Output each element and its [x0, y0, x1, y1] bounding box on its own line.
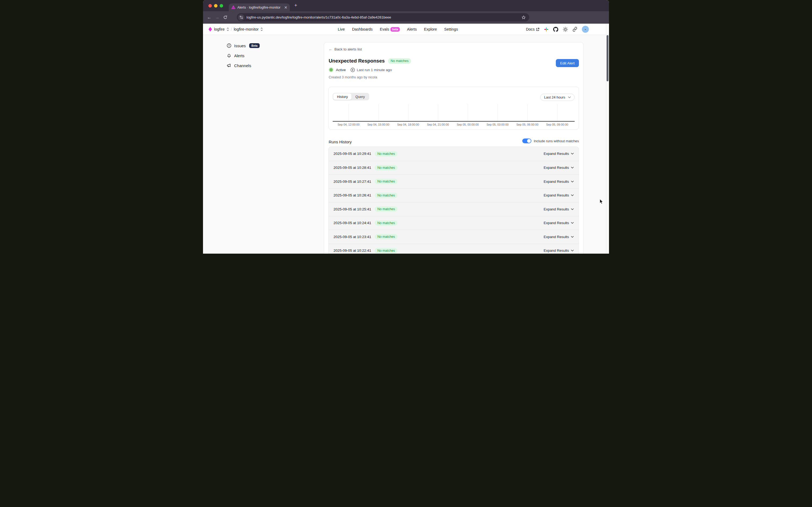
issues-beta-badge: Beta [249, 43, 260, 48]
forward-icon[interactable]: → [213, 15, 221, 20]
run-timestamp: 2025-09-05 at 10:25:41 [333, 207, 371, 211]
created-by-label: Created 3 months ago by nicola [329, 75, 377, 79]
include-runs-toggle-label: Include runs without matches [534, 139, 579, 143]
run-timestamp: 2025-09-05 at 10:26:41 [333, 193, 371, 197]
no-matches-badge: No matches [375, 248, 397, 253]
logfire-logo [208, 27, 212, 32]
project-selector[interactable]: logfire-monitor [234, 27, 259, 32]
tab-strip: Alerts · logfire/logfire-monitor ✕ + [203, 0, 609, 11]
no-matches-badge: No matches [375, 179, 397, 184]
minimize-window-button[interactable] [214, 4, 217, 7]
window-controls [208, 4, 223, 7]
expand-results-button[interactable]: Expand Results [543, 166, 574, 170]
close-window-button[interactable] [208, 4, 212, 7]
run-timestamp: 2025-09-05 at 10:29:41 [333, 152, 371, 156]
no-matches-badge: No matches [388, 58, 412, 64]
history-chart-plot [333, 104, 575, 122]
no-matches-badge: No matches [375, 165, 397, 170]
back-arrow-icon: ← [329, 47, 332, 51]
chart-tick-label: Sep 04, 12:00:00 [332, 123, 365, 126]
back-icon[interactable]: ← [205, 15, 213, 20]
theme-sun-icon[interactable] [563, 27, 568, 32]
org-selector[interactable]: logfire [214, 27, 225, 32]
alert-title: Unexpected Responses [329, 58, 385, 64]
active-status-dot [329, 67, 333, 72]
no-matches-badge: No matches [375, 207, 397, 212]
last-run-label: Last run 1 minute ago [357, 68, 392, 72]
page-scrollbar-track[interactable] [606, 23, 606, 253]
tab-query[interactable]: Query [351, 94, 368, 100]
zoom-window-button[interactable] [220, 4, 223, 7]
chart-tick-label: Sep 04, 18:00:00 [392, 123, 424, 126]
nav-evals[interactable]: Evals beta [380, 27, 400, 32]
run-row: 2025-09-05 at 10:28:41No matchesExpand R… [329, 161, 579, 175]
bell-icon [227, 53, 231, 58]
include-runs-toggle[interactable] [522, 138, 531, 143]
sidebar-item-issues[interactable]: Issues Beta [227, 42, 260, 49]
expand-results-button[interactable]: Expand Results [543, 221, 574, 225]
megaphone-icon [227, 63, 231, 68]
tab-close-icon[interactable]: ✕ [284, 6, 287, 9]
no-matches-badge: No matches [375, 234, 397, 239]
nav-alerts[interactable]: Alerts [407, 27, 417, 32]
reload-icon[interactable] [221, 15, 229, 19]
chart-gridline [557, 104, 557, 121]
main-nav: Live Dashboards Evals beta Alerts Explor… [338, 23, 458, 35]
expand-results-button[interactable]: Expand Results [543, 248, 574, 252]
chart-gridline [438, 104, 438, 121]
chevron-down-icon [571, 181, 574, 182]
logfire-favicon [231, 5, 235, 10]
new-tab-button[interactable]: + [294, 2, 297, 8]
nav-dashboards[interactable]: Dashboards [352, 27, 373, 32]
chevron-updown-icon[interactable] [261, 27, 263, 31]
edit-alert-button[interactable]: Edit Alert [556, 59, 579, 67]
expand-results-button[interactable]: Expand Results [543, 207, 574, 211]
run-timestamp: 2025-09-05 at 10:28:41 [333, 166, 371, 170]
docs-link[interactable]: Docs [526, 27, 539, 32]
browser-toolbar: ← → logfire-us.pydantic.dev/logfire/logf… [203, 11, 609, 23]
nav-settings[interactable]: Settings [444, 27, 458, 32]
back-to-alerts-link[interactable]: ← Back to alerts list [329, 47, 362, 51]
chart-tick-label: Sep 05, 09:00:00 [541, 123, 573, 126]
no-matches-badge: No matches [375, 151, 397, 157]
slack-icon[interactable] [544, 27, 549, 32]
github-icon[interactable] [553, 27, 558, 32]
expand-results-button[interactable]: Expand Results [543, 152, 574, 156]
run-timestamp: 2025-09-05 at 10:22:41 [333, 248, 371, 252]
expand-results-button[interactable]: Expand Results [543, 179, 574, 183]
address-bar[interactable]: logfire-us.pydantic.dev/logfire/logfire-… [237, 13, 529, 21]
site-settings-icon[interactable] [238, 14, 245, 21]
chevron-down-icon [571, 194, 574, 196]
run-row: 2025-09-05 at 10:24:41No matchesExpand R… [329, 216, 579, 230]
sidebar-item-alerts[interactable]: Alerts [227, 52, 260, 59]
mouse-cursor [600, 199, 603, 204]
breadcrumb-separator: / [231, 27, 232, 32]
run-row: 2025-09-05 at 10:27:41No matchesExpand R… [329, 174, 579, 188]
nav-explore[interactable]: Explore [424, 27, 437, 32]
time-range-select[interactable]: Last 24 hours [540, 94, 575, 101]
chevron-updown-icon[interactable] [227, 27, 229, 31]
run-timestamp: 2025-09-05 at 10:27:41 [333, 179, 371, 183]
chart-gridline [527, 104, 528, 121]
browser-tab[interactable]: Alerts · logfire/logfire-monitor ✕ [229, 3, 290, 11]
url-text: logfire-us.pydantic.dev/logfire/logfire-… [247, 15, 522, 19]
nav-live[interactable]: Live [338, 27, 345, 32]
sidebar: Issues Beta Alerts Channels [227, 42, 260, 69]
page-scrollbar-thumb[interactable] [607, 35, 608, 81]
app-header: logfire / logfire-monitor Live Dashboard… [203, 23, 609, 35]
expand-results-button[interactable]: Expand Results [543, 235, 574, 239]
chart-gridline [378, 104, 379, 121]
bookmark-star-icon[interactable] [522, 15, 526, 19]
chevron-down-icon [568, 96, 571, 98]
chart-tick-label: Sep 04, 21:00:00 [422, 123, 454, 126]
no-matches-badge: No matches [375, 193, 397, 198]
share-link-icon[interactable] [573, 27, 577, 32]
expand-results-button[interactable]: Expand Results [543, 193, 574, 197]
sidebar-item-channels[interactable]: Channels [227, 62, 260, 69]
chevron-down-icon [571, 167, 574, 169]
chart-tick-label: Sep 05, 03:00:00 [481, 123, 514, 126]
tab-history[interactable]: History [333, 94, 351, 100]
history-panel: History Query Last 24 hours Sep 04, 12:0… [328, 87, 579, 130]
chart-tick-label: Sep 05, 06:00:00 [511, 123, 543, 126]
user-avatar[interactable]: - [582, 26, 589, 33]
